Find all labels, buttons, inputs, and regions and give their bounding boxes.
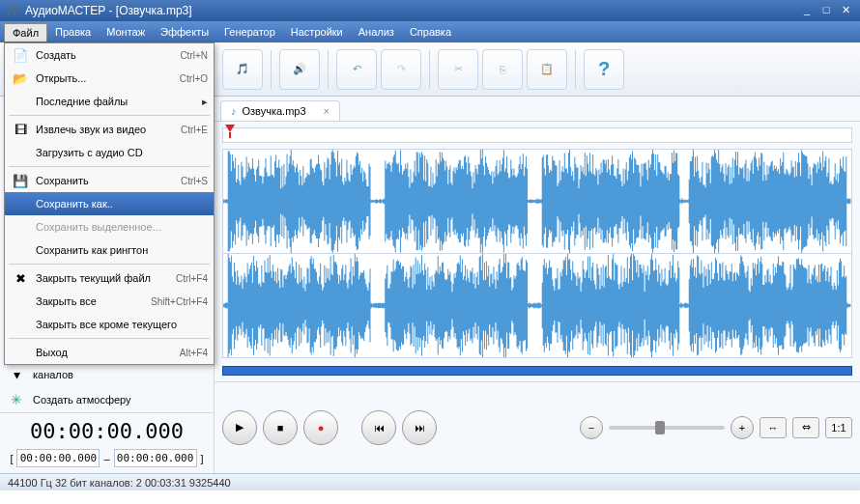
menu-item-icon <box>11 242 30 258</box>
menu-item-icon <box>11 196 30 211</box>
chevron-down-icon: ▾ <box>8 366 25 383</box>
menu-item-label: Извлечь звук из видео <box>36 124 181 135</box>
status-bar: 44100 Гц 32 бит каналов: 2 00:03:31 9325… <box>0 473 860 490</box>
maximize-button[interactable]: □ <box>817 4 835 17</box>
status-text: 44100 Гц 32 бит каналов: 2 00:03:31 9325… <box>8 477 231 489</box>
app-icon: 🎵 <box>6 5 19 17</box>
zoom-thumb[interactable] <box>655 421 665 434</box>
audio-file-icon: ♪ <box>231 105 237 117</box>
atmosphere-icon: ✳ <box>8 391 25 408</box>
menu-item[interactable]: 💾СохранитьCtrl+S <box>5 169 214 192</box>
menu-item-label: Выход <box>36 347 180 358</box>
tab-close-button[interactable]: × <box>324 105 330 117</box>
stop-icon: ■ <box>277 422 284 434</box>
paste-button[interactable]: 📋 <box>527 49 567 90</box>
menu-item[interactable]: 📄СоздатьCtrl+N <box>5 43 214 67</box>
menu-help[interactable]: Справка <box>402 23 459 41</box>
paste-icon: 📋 <box>540 63 554 75</box>
zoom-out-button[interactable]: − <box>580 416 603 439</box>
menu-item[interactable]: Сохранить как.. <box>5 192 214 215</box>
zoom-in-button[interactable]: + <box>731 416 754 439</box>
zoom-selection-button[interactable]: ⇔ <box>792 417 819 438</box>
next-button[interactable]: ⏭ <box>402 410 437 445</box>
menu-item-label: Сохранить выделенное... <box>36 221 208 233</box>
scissors-icon: ✂ <box>454 63 463 75</box>
cut-button[interactable]: ✂ <box>438 49 478 90</box>
timeline-ruler[interactable] <box>222 127 852 143</box>
menu-effects[interactable]: Эффекты <box>153 23 216 41</box>
menu-item-label: Закрыть текущий файл <box>36 272 176 284</box>
help-icon: ? <box>598 58 610 80</box>
menu-item[interactable]: ✖Закрыть текущий файлCtrl+F4 <box>5 266 214 290</box>
create-atmosphere-button[interactable]: ✳ Создать атмосферу <box>0 387 214 412</box>
fit-icon: ↔ <box>768 422 779 434</box>
menu-item-label: Последние файлы <box>36 96 202 107</box>
copy-icon: ⎘ <box>500 64 506 75</box>
zoom-controls: − + ↔ ⇔ 1:1 <box>580 416 852 439</box>
content-area: ♪ Озвучка.mp3 × ▶ ■ ● ⏮ ⏭ − <box>215 97 860 473</box>
speaker-icon: 🔊 <box>293 63 306 75</box>
zoom-slider[interactable] <box>609 426 725 430</box>
zoom-fit-button[interactable]: ↔ <box>760 417 787 438</box>
record-icon: ● <box>318 422 325 434</box>
waveform-channel-left[interactable] <box>223 150 851 254</box>
tool-note-button[interactable]: 🎵 <box>222 49 263 90</box>
menu-item-shortcut: Ctrl+O <box>180 73 208 84</box>
menu-item[interactable]: ВыходAlt+F4 <box>5 341 214 364</box>
menu-generator[interactable]: Генератор <box>216 23 283 41</box>
prev-button[interactable]: ⏮ <box>361 410 396 445</box>
channels-row[interactable]: ▾ каналов <box>0 362 214 387</box>
menu-settings[interactable]: Настройки <box>283 23 351 41</box>
menu-item-shortcut: Alt+F4 <box>180 348 208 358</box>
range-sep: – <box>103 453 109 464</box>
tool-speaker-button[interactable]: 🔊 <box>279 49 320 90</box>
menu-item[interactable]: Последние файлы▸ <box>5 90 214 113</box>
menu-item-label: Сохранить как рингтон <box>36 244 208 256</box>
menu-item-shortcut: Ctrl+E <box>181 125 208 135</box>
toolbar-separator <box>429 50 430 89</box>
menu-montage[interactable]: Монтаж <box>99 23 153 41</box>
stop-button[interactable]: ■ <box>263 410 298 445</box>
menu-item[interactable]: Сохранить как рингтон <box>5 238 214 262</box>
ratio-label: 1:1 <box>831 422 846 434</box>
menu-item[interactable]: 🎞Извлечь звук из видеоCtrl+E <box>5 118 214 141</box>
menu-item[interactable]: Закрыть все кроме текущего <box>5 313 214 336</box>
menu-file[interactable]: Файл <box>4 23 47 42</box>
title-bar: 🎵 АудиоМАСТЕР - [Озвучка.mp3] _ □ ✕ <box>0 0 860 21</box>
redo-button[interactable]: ↷ <box>381 49 421 90</box>
waveform-area[interactable] <box>222 149 852 358</box>
menu-item-shortcut: Shift+Ctrl+F4 <box>151 296 208 307</box>
help-button[interactable]: ? <box>584 49 624 90</box>
zoom-ratio-button[interactable]: 1:1 <box>825 417 852 438</box>
close-button[interactable]: ✕ <box>837 4 854 17</box>
atmosphere-label: Создать атмосферу <box>33 394 131 406</box>
selection-icon: ⇔ <box>802 421 811 434</box>
minimize-button[interactable]: _ <box>798 4 816 17</box>
tab-row: ♪ Озвучка.mp3 × <box>215 97 860 122</box>
menu-item-icon: 💾 <box>11 173 30 188</box>
menu-item[interactable]: 📂Открыть...Ctrl+O <box>5 67 214 90</box>
range-start-input[interactable] <box>16 449 100 467</box>
redo-icon: ↷ <box>397 63 406 75</box>
menu-item[interactable]: Закрыть всеShift+Ctrl+F4 <box>5 290 214 313</box>
menu-item-label: Закрыть все <box>36 295 151 307</box>
record-button[interactable]: ● <box>303 410 338 445</box>
waveform-left-svg <box>223 150 851 253</box>
transport-bar: ▶ ■ ● ⏮ ⏭ − + ↔ ⇔ 1:1 <box>215 381 860 473</box>
menu-separator <box>9 264 210 265</box>
progress-bar[interactable] <box>222 366 852 376</box>
file-tab[interactable]: ♪ Озвучка.mp3 × <box>220 100 340 121</box>
menu-analysis[interactable]: Анализ <box>351 23 402 41</box>
menu-item: Сохранить выделенное... <box>5 215 214 238</box>
channels-label: каналов <box>33 369 73 380</box>
play-button[interactable]: ▶ <box>222 410 257 445</box>
menu-edit[interactable]: Правка <box>47 23 99 41</box>
menu-item[interactable]: Загрузить с аудио CD <box>5 141 214 164</box>
undo-button[interactable]: ↶ <box>336 49 377 90</box>
range-end-input[interactable] <box>114 449 197 467</box>
bracket-right: ] <box>201 453 204 464</box>
play-icon: ▶ <box>236 421 244 434</box>
playhead[interactable] <box>225 125 235 138</box>
waveform-channel-right[interactable] <box>223 254 851 357</box>
copy-button[interactable]: ⎘ <box>482 49 523 90</box>
